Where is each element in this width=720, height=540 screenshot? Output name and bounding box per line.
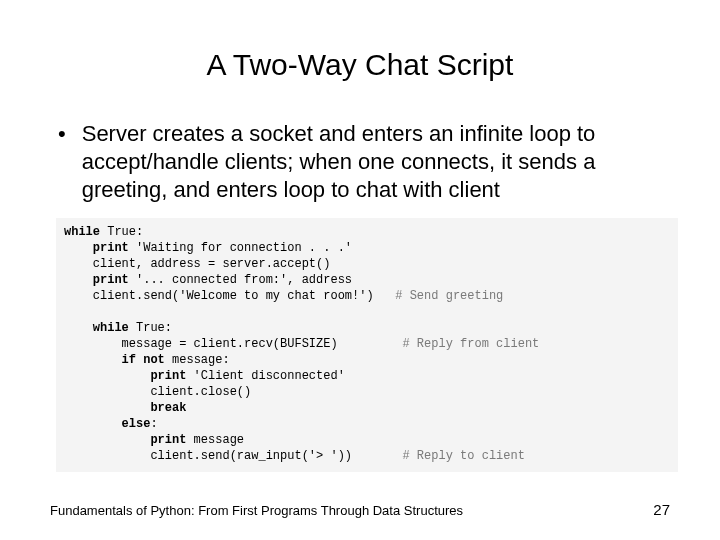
code-text: message = client.recv(BUFSIZE) <box>64 337 402 351</box>
code-text: client.send('Welcome to my chat room!') <box>64 289 395 303</box>
page-number: 27 <box>653 501 670 518</box>
footer-text: Fundamentals of Python: From First Progr… <box>50 503 463 518</box>
code-kw: print <box>64 241 129 255</box>
bullet-dot-icon: • <box>58 120 66 148</box>
code-text: client.close() <box>64 385 251 399</box>
code-text: message: <box>165 353 230 367</box>
code-kw: print <box>64 369 186 383</box>
code-block: while True: print 'Waiting for connectio… <box>56 218 678 472</box>
code-comment: # Send greeting <box>395 289 503 303</box>
code-text: True: <box>129 321 172 335</box>
slide: A Two-Way Chat Script • Server creates a… <box>0 0 720 540</box>
code-comment: # Reply to client <box>402 449 524 463</box>
code-text: '... connected from:', address <box>129 273 352 287</box>
slide-footer: Fundamentals of Python: From First Progr… <box>50 501 670 518</box>
code-kw: print <box>64 273 129 287</box>
code-kw: if not <box>64 353 165 367</box>
bullet-item: • Server creates a socket and enters an … <box>58 120 670 204</box>
code-text: : <box>150 417 157 431</box>
code-kw: break <box>64 401 186 415</box>
code-kw: while <box>64 225 100 239</box>
code-text: client.send(raw_input('> ')) <box>64 449 402 463</box>
code-comment: # Reply from client <box>402 337 539 351</box>
code-kw: while <box>64 321 129 335</box>
code-text: 'Waiting for connection . . .' <box>129 241 352 255</box>
code-text: True: <box>100 225 143 239</box>
slide-title: A Two-Way Chat Script <box>50 48 670 82</box>
bullet-text: Server creates a socket and enters an in… <box>82 120 670 204</box>
code-text: 'Client disconnected' <box>186 369 344 383</box>
code-kw: print <box>64 433 186 447</box>
code-text: message <box>186 433 244 447</box>
code-text: client, address = server.accept() <box>64 257 330 271</box>
code-kw: else <box>64 417 150 431</box>
